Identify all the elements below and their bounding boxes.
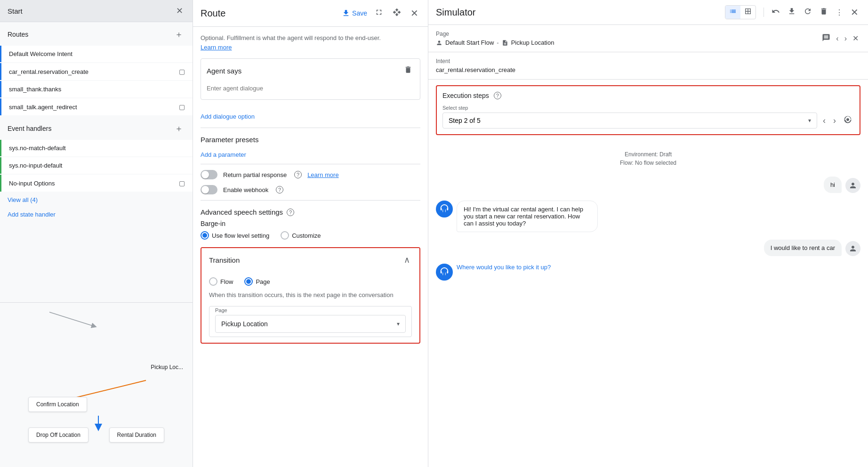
page-info-section: Page Default Start Flow - Pickup Locatio… [428, 25, 868, 52]
add-param-button[interactable]: Add a parameter [201, 149, 246, 160]
step-chevron-down-icon: ▾ [808, 117, 811, 124]
execution-steps-title: Execution steps [442, 92, 489, 99]
dialogue-input[interactable] [207, 83, 414, 94]
chat-message-hi: hi [436, 177, 860, 193]
separator: - [497, 39, 498, 46]
page-note-button[interactable] [820, 32, 832, 46]
undo-button[interactable] [770, 5, 782, 19]
target-icon-button[interactable] [842, 113, 854, 128]
return-partial-help-icon[interactable]: ? [294, 171, 302, 178]
execution-steps-help-icon[interactable]: ? [494, 92, 501, 99]
route-item-thanks[interactable]: small_thank.thanks [0, 81, 193, 97]
customize-radio[interactable]: Customize [281, 231, 321, 240]
route-label-redirect: small_talk.agent_redirect [9, 104, 77, 111]
next-step-button[interactable]: › [831, 114, 838, 128]
refresh-button[interactable] [802, 5, 814, 19]
drag-button[interactable] [391, 6, 403, 20]
canvas-rental-duration[interactable]: Rental Duration [109, 427, 164, 443]
table-view-button[interactable] [740, 6, 755, 19]
delete-sim-button[interactable] [818, 5, 830, 19]
delete-sim-icon [820, 7, 828, 16]
barge-in-label: Barge-in [201, 220, 420, 227]
route-label-reservation: car_rental.reservation_create [9, 68, 88, 75]
agent-says-title: Agent says [207, 67, 241, 75]
view-toggle-group [725, 5, 756, 19]
intent-label: Intent [436, 58, 860, 64]
middle-header: Route Save ✕ [193, 0, 428, 27]
user-avatar-2 [845, 241, 860, 256]
transition-desc: When this transition occurs, this is the… [209, 291, 412, 298]
route-item-welcome[interactable]: Default Welcome Intent [0, 46, 193, 62]
intent-value: car_rental.reservation_create [436, 66, 860, 73]
step-dropdown[interactable]: Step 2 of 5 ▾ [442, 113, 817, 129]
return-partial-toggle[interactable] [201, 170, 217, 179]
agent-says-box: Agent says [201, 58, 420, 100]
route-item-redirect[interactable]: small_talk.agent_redirect ▢ [0, 98, 193, 115]
learn-more-link-2[interactable]: Learn more [307, 171, 338, 178]
more-options-button[interactable]: ⋮ [834, 6, 845, 19]
close-route-button[interactable]: ✕ [409, 6, 420, 21]
enable-webhook-label: Enable webhook [223, 186, 268, 193]
list-view-icon [729, 8, 737, 15]
canvas-area: Pickup Loc... Confirm Location Drop Off … [0, 302, 193, 467]
info-text: Optional. Fulfillment is what the agent … [201, 34, 420, 41]
page-info-label: Page [436, 31, 554, 37]
route-item-reservation[interactable]: car_rental.reservation_create ▢ [0, 63, 193, 80]
prev-page-button[interactable]: ‹ [834, 32, 840, 45]
event-item-no-input-options[interactable]: No-input Options ▢ [0, 175, 193, 192]
customize-label: Customize [292, 232, 321, 239]
page-icon-3: ▢ [179, 179, 185, 187]
close-start-button[interactable]: ✕ [174, 5, 185, 17]
save-button[interactable]: Save [342, 9, 367, 17]
table-view-icon [744, 8, 752, 15]
param-presets-label: Parameter presets [201, 136, 420, 144]
close-sim-button[interactable]: ✕ [849, 5, 860, 20]
page-radio-label: Page [256, 278, 270, 285]
delete-icon [404, 65, 412, 74]
add-state-handler-link[interactable]: Add state handler [0, 207, 193, 222]
event-label-no-input-options: No-input Options [9, 180, 55, 187]
transition-collapse-button[interactable]: ∧ [402, 254, 412, 266]
use-flow-level-radio[interactable]: Use flow level setting [201, 231, 269, 240]
delete-agent-says-button[interactable] [402, 64, 414, 77]
return-partial-row: Return partial response ? Learn more [201, 170, 420, 179]
right-panel: Simulator ⋮ ✕ Page [428, 0, 868, 467]
add-route-button[interactable]: ＋ [173, 28, 185, 41]
advanced-speech-help-icon[interactable]: ? [287, 209, 294, 216]
view-all-link[interactable]: View all (4) [0, 193, 193, 207]
download-button[interactable] [786, 5, 798, 19]
route-title: Route [201, 8, 336, 19]
enable-webhook-toggle[interactable] [201, 185, 217, 194]
add-event-handler-button[interactable]: ＋ [173, 122, 185, 135]
page-dropdown[interactable]: Pickup Location ▾ [215, 315, 406, 333]
drag-icon [393, 8, 401, 16]
advanced-speech-header: Advanced speech settings ? [201, 208, 420, 216]
next-page-button[interactable]: › [843, 32, 849, 45]
event-label-no-input: sys.no-input-default [9, 162, 62, 169]
event-item-no-match[interactable]: sys.no-match-default [0, 140, 193, 156]
fullscreen-button[interactable] [373, 6, 385, 20]
simulator-title: Simulator [436, 7, 721, 18]
divider-1 [201, 128, 420, 128]
prev-step-button[interactable]: ‹ [821, 114, 828, 128]
transition-header: Transition ∧ [201, 248, 419, 272]
agent-says-header: Agent says [207, 64, 414, 77]
canvas-drop-off-location[interactable]: Drop Off Location [28, 427, 88, 443]
headset-icon-1 [439, 204, 450, 214]
enable-webhook-help-icon[interactable]: ? [276, 186, 283, 193]
list-view-button[interactable] [725, 6, 740, 19]
add-dialogue-button[interactable]: Add dialogue option [201, 111, 255, 122]
page-doc-icon [502, 40, 508, 46]
person-icon-1 [849, 181, 857, 190]
chat-message-agent-1: Hi! I'm the virtual car rental agent. I … [436, 201, 860, 232]
close-page-button[interactable]: ✕ [851, 32, 860, 45]
page-info-row: Default Start Flow - Pickup Location [436, 39, 554, 46]
page-dropdown-value: Pickup Location [221, 320, 268, 328]
page-radio[interactable]: Page [244, 277, 270, 286]
canvas-confirm-location[interactable]: Confirm Location [28, 397, 87, 412]
learn-more-link[interactable]: Learn more [201, 44, 232, 51]
flow-radio[interactable]: Flow [209, 277, 233, 286]
middle-panel: Route Save ✕ Optional. Fulfillment is wh… [193, 0, 428, 467]
execution-steps-header: Execution steps ? [442, 92, 854, 99]
event-item-no-input[interactable]: sys.no-input-default [0, 157, 193, 174]
